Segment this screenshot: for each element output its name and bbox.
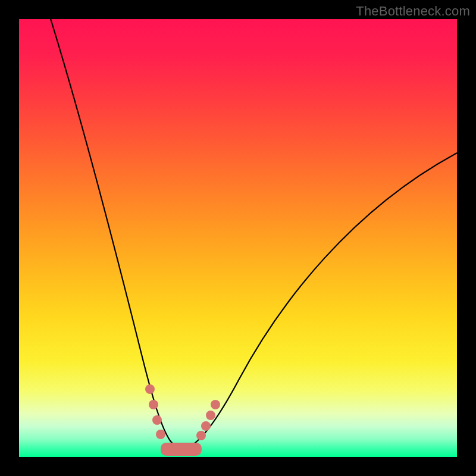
marker-dot [152, 415, 162, 425]
watermark-text: TheBottleneck.com [356, 4, 470, 19]
marker-dot [201, 421, 211, 431]
ideal-region-bar [161, 443, 202, 456]
bottleneck-curve-svg [19, 19, 457, 457]
marker-dot [145, 384, 155, 394]
marker-dot [156, 430, 165, 439]
bottleneck-curve-path [49, 19, 457, 449]
marker-dot [149, 400, 158, 409]
marker-dot [211, 400, 220, 409]
plot-area [19, 19, 457, 457]
chart-frame: TheBottleneck.com [0, 0, 476, 476]
marker-dot [206, 411, 215, 420]
marker-dot [196, 431, 206, 440]
